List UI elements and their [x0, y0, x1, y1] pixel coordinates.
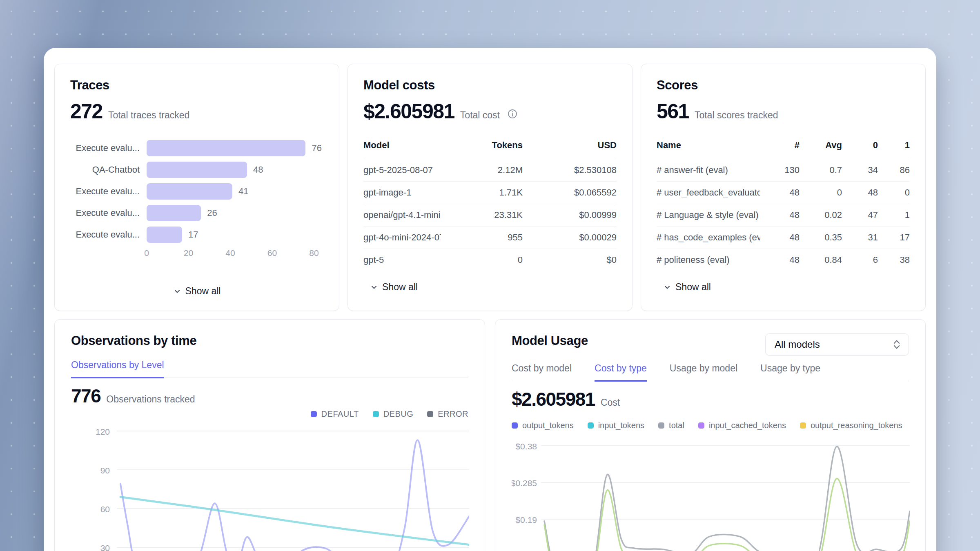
bar-row: Execute evalu... 76 — [70, 140, 323, 156]
observations-title: Observations by time — [71, 333, 468, 348]
model-usage-line-chart: $0.38$0.285$0.19 — [512, 436, 910, 551]
traces-metric: 272 Total traces tracked — [70, 100, 323, 124]
legend-item-input-tokens[interactable]: input_tokens — [588, 421, 644, 430]
scores-table: Name # Avg 0 1 # answer-fit (eval)1300.7… — [657, 140, 910, 271]
observations-card: Observations by time Observations by Lev… — [54, 319, 485, 551]
legend-item-output-reasoning-tokens[interactable]: output_reasoning_tokens — [800, 421, 902, 430]
legend-item-debug[interactable]: DEBUG — [373, 409, 414, 419]
traces-bar-chart: Execute evalu... 76 QA-Chatbot 48 Execut… — [70, 140, 323, 260]
bar-label: Execute evalu... — [70, 208, 147, 218]
bar-label: Execute evalu... — [70, 186, 147, 197]
observations-line-chart: 120906030 — [71, 426, 469, 551]
traces-show-all-button[interactable]: Show all — [70, 286, 323, 297]
axis-tick: 80 — [309, 248, 318, 258]
model-usage-legend: output_tokens input_tokens total input_c… — [512, 421, 909, 430]
observations-chart-area: 120906030 — [71, 426, 468, 551]
table-row: # politeness (eval)480.84638 — [657, 249, 910, 271]
legend-item-total[interactable]: total — [658, 421, 684, 430]
tab-cost-by-type[interactable]: Cost by type — [595, 363, 647, 382]
observations-tabs: Observations by Level — [71, 360, 468, 378]
svg-text:$0.285: $0.285 — [512, 478, 537, 488]
model-filter-select[interactable]: All models — [765, 333, 909, 355]
bar-value: 76 — [312, 143, 321, 153]
model-costs-show-all-button[interactable]: Show all — [363, 282, 617, 293]
bar-label: QA-Chatbot — [70, 164, 147, 175]
svg-text:60: 60 — [100, 504, 110, 514]
model-usage-card: Model Usage All models Cost by model Cos… — [495, 319, 926, 551]
svg-text:30: 30 — [100, 543, 110, 551]
scores-metric-label: Total scores tracked — [695, 110, 778, 121]
traces-count: 272 — [70, 100, 102, 124]
default-swatch — [311, 411, 317, 417]
scores-metric: 561 Total scores tracked — [657, 100, 910, 124]
bar — [147, 227, 182, 243]
table-header: Model Tokens USD — [363, 140, 617, 159]
axis-tick: 60 — [267, 248, 277, 258]
model-usage-header: Model Usage All models — [512, 333, 909, 355]
svg-text:$0.19: $0.19 — [515, 515, 537, 524]
error-swatch — [427, 411, 433, 417]
model-costs-metric: $2.605981 Total cost — [363, 100, 617, 124]
model-usage-tabs: Cost by model Cost by type Usage by mode… — [512, 363, 909, 381]
model-usage-metric: $2.605981 Cost — [512, 389, 909, 410]
model-costs-title: Model costs — [363, 78, 617, 93]
legend-item-output-tokens[interactable]: output_tokens — [512, 421, 574, 430]
total-cost-value: $2.605981 — [363, 100, 454, 124]
tab-cost-by-model[interactable]: Cost by model — [512, 363, 572, 382]
scores-count: 561 — [657, 100, 689, 124]
tab-usage-by-model[interactable]: Usage by model — [670, 363, 737, 382]
bar — [147, 162, 247, 178]
table-row: # Language & style (eval)480.02471 — [657, 204, 910, 227]
table-row: # has_code_examples (eval)480.353117 — [657, 227, 910, 249]
legend-item-default[interactable]: DEFAULT — [311, 409, 359, 419]
tab-usage-by-type[interactable]: Usage by type — [760, 363, 820, 382]
input-tokens-swatch — [588, 422, 594, 429]
observations-legend: DEFAULT DEBUG ERROR — [71, 409, 468, 419]
axis-tick: 40 — [225, 248, 235, 258]
table-row: openai/gpt-4.1-mini23.31K$0.00999 — [363, 204, 617, 227]
svg-text:$0.38: $0.38 — [515, 442, 537, 451]
bar-value: 41 — [238, 186, 248, 197]
bar — [147, 140, 305, 156]
model-usage-title: Model Usage — [512, 333, 588, 348]
model-usage-legend-wrap: output_tokens input_tokens total input_c… — [512, 421, 909, 430]
x-axis: 0 20 40 60 80 — [147, 248, 323, 260]
axis-tick: 20 — [184, 248, 193, 258]
table-row: gpt-4o-mini-2024-07-18955$0.00029 — [363, 227, 617, 249]
svg-text:90: 90 — [100, 466, 110, 475]
svg-text:120: 120 — [96, 427, 110, 436]
legend-item-error[interactable]: ERROR — [427, 409, 468, 419]
bar-label: Execute evalu... — [70, 229, 147, 240]
bar-label: Execute evalu... — [70, 143, 147, 153]
bottom-row: Observations by time Observations by Lev… — [54, 319, 926, 551]
info-icon[interactable] — [507, 109, 518, 119]
traces-title: Traces — [70, 78, 323, 93]
model-costs-table: Model Tokens USD gpt-5-2025-08-072.12M$2… — [363, 140, 617, 271]
observations-count: 776 — [71, 385, 100, 407]
table-row: # user_feedback_evaluator (eval)480480 — [657, 182, 910, 204]
debug-swatch — [373, 411, 379, 417]
scores-card: Scores 561 Total scores tracked Name # A… — [641, 64, 926, 311]
total-cost-label: Total cost — [460, 110, 500, 121]
chevron-down-icon — [173, 287, 181, 295]
table-row: # answer-fit (eval)1300.73486 — [657, 159, 910, 182]
chevron-down-icon — [663, 283, 671, 291]
traces-card: Traces 272 Total traces tracked Execute … — [54, 64, 339, 311]
chevron-down-icon — [370, 283, 378, 291]
bar-row: Execute evalu... 17 — [70, 227, 323, 243]
bar-value: 17 — [188, 229, 198, 240]
scores-show-all-button[interactable]: Show all — [657, 282, 910, 293]
legend-item-input-cached-tokens[interactable]: input_cached_tokens — [698, 421, 786, 430]
tab-observations-by-level[interactable]: Observations by Level — [71, 360, 164, 378]
table-header: Name # Avg 0 1 — [657, 140, 910, 159]
bar-row: Execute evalu... 41 — [70, 183, 323, 200]
observations-metric: 776 Observations tracked — [71, 385, 468, 407]
bar — [147, 183, 232, 200]
output-tokens-swatch — [512, 422, 518, 429]
usage-cost-label: Cost — [601, 397, 620, 408]
table-row: gpt-5-2025-08-072.12M$2.530108 — [363, 159, 617, 182]
chevron-up-down-icon — [892, 338, 901, 351]
scores-title: Scores — [657, 78, 910, 93]
output-reasoning-tokens-swatch — [800, 422, 806, 429]
model-costs-card: Model costs $2.605981 Total cost Model T… — [347, 64, 633, 311]
